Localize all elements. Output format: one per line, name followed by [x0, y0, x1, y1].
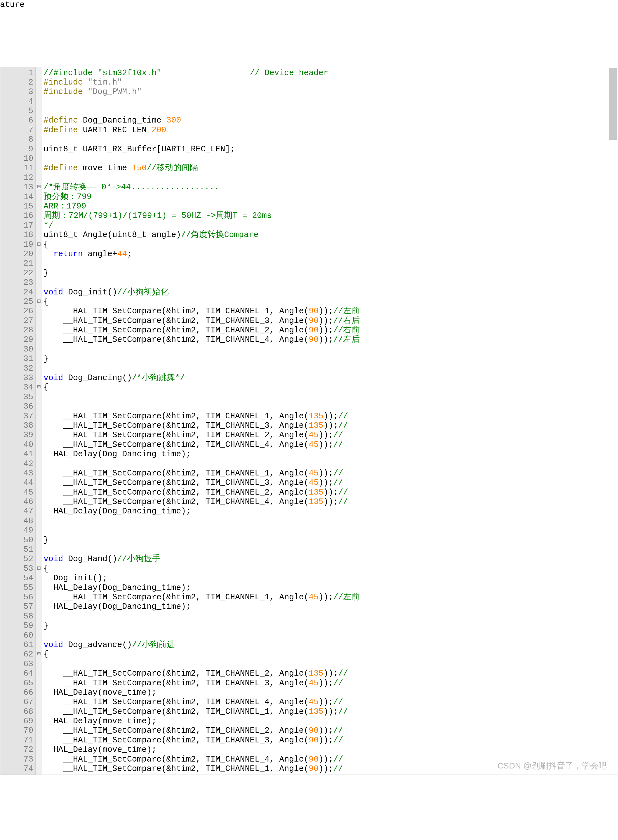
code-line[interactable]: __HAL_TIM_SetCompare(&htim2, TIM_CHANNEL… — [43, 326, 618, 335]
fold-marker — [36, 440, 42, 449]
code-line[interactable] — [43, 526, 618, 535]
code-line[interactable]: #define move_time 150//移动的间隔 — [43, 163, 618, 173]
fold-marker — [36, 354, 42, 363]
code-line[interactable]: __HAL_TIM_SetCompare(&htim2, TIM_CHANNEL… — [43, 440, 618, 449]
fold-marker[interactable]: ⊟ — [36, 182, 42, 192]
code-line[interactable]: return angle+44; — [43, 249, 618, 259]
code-line[interactable] — [43, 259, 618, 268]
code-line[interactable]: { — [43, 240, 618, 249]
line-number: 65 — [1, 679, 33, 688]
code-line[interactable]: HAL_Delay(Dog_Dancing_time); — [43, 449, 618, 459]
code-line[interactable] — [43, 459, 618, 468]
code-line[interactable]: HAL_Delay(move_time); — [43, 688, 618, 697]
code-line[interactable]: __HAL_TIM_SetCompare(&htim2, TIM_CHANNEL… — [43, 487, 618, 497]
code-line[interactable]: } — [43, 621, 618, 630]
code-line[interactable]: __HAL_TIM_SetCompare(&htim2, TIM_CHANNEL… — [43, 421, 618, 430]
code-line[interactable]: 预分频：799 — [43, 192, 618, 201]
code-line[interactable]: __HAL_TIM_SetCompare(&htim2, TIM_CHANNEL… — [43, 726, 618, 735]
code-line[interactable]: ARR：1799 — [43, 201, 618, 211]
code-line[interactable]: #define UART1_REC_LEN 200 — [43, 125, 618, 135]
line-number: 34 — [1, 382, 33, 392]
code-line[interactable] — [43, 545, 618, 554]
code-line[interactable]: __HAL_TIM_SetCompare(&htim2, TIM_CHANNEL… — [43, 707, 618, 716]
code-line[interactable]: __HAL_TIM_SetCompare(&htim2, TIM_CHANNEL… — [43, 669, 618, 678]
code-line[interactable]: uint8_t UART1_RX_Buffer[UART1_REC_LEN]; — [43, 144, 618, 154]
code-line[interactable] — [43, 154, 618, 163]
fold-marker — [36, 735, 42, 745]
code-line[interactable]: HAL_Delay(move_time); — [43, 745, 618, 754]
fold-marker[interactable]: ⊟ — [36, 564, 42, 573]
fold-marker — [36, 201, 42, 211]
code-line[interactable]: HAL_Delay(move_time); — [43, 716, 618, 726]
code-line[interactable]: { — [43, 382, 618, 392]
fold-marker[interactable]: ⊟ — [36, 297, 42, 306]
code-line[interactable]: #include "Dog_PWM.h" — [43, 87, 618, 96]
code-editor[interactable]: 1234567891011121314151617181920212223242… — [0, 67, 618, 775]
code-line[interactable]: HAL_Delay(Dog_Dancing_time); — [43, 602, 618, 611]
vertical-scrollbar[interactable] — [609, 68, 617, 140]
code-line[interactable]: { — [43, 650, 618, 659]
code-line[interactable] — [43, 392, 618, 402]
code-line[interactable] — [43, 364, 618, 373]
code-line[interactable]: } — [43, 268, 618, 278]
code-line[interactable]: //#include "stm32f10x.h" // Device heade… — [43, 68, 618, 78]
fold-marker — [36, 373, 42, 382]
code-line[interactable]: __HAL_TIM_SetCompare(&htim2, TIM_CHANNEL… — [43, 679, 618, 688]
line-number: 47 — [1, 507, 33, 516]
fold-marker — [36, 449, 42, 459]
fold-marker — [36, 87, 42, 96]
line-number: 19 — [1, 240, 33, 249]
code-line[interactable] — [43, 612, 618, 621]
code-line[interactable]: /*角度转换—— 0°->44.................. — [43, 182, 618, 192]
code-line[interactable] — [43, 135, 618, 144]
code-line[interactable]: Dog_init(); — [43, 573, 618, 583]
code-line[interactable]: void Dog_init()//小狗初始化 — [43, 287, 618, 297]
code-line[interactable]: { — [43, 564, 618, 573]
fold-marker — [36, 402, 42, 411]
code-line[interactable]: #include "tim.h" — [43, 78, 618, 87]
line-number: 63 — [1, 659, 33, 669]
code-line[interactable]: void Dog_Dancing()/*小狗跳舞*/ — [43, 373, 618, 382]
fold-marker — [36, 430, 42, 440]
code-line[interactable]: __HAL_TIM_SetCompare(&htim2, TIM_CHANNEL… — [43, 430, 618, 440]
line-number: 39 — [1, 430, 33, 440]
code-line[interactable]: void Dog_advance()//小狗前进 — [43, 640, 618, 650]
code-line[interactable]: */ — [43, 221, 618, 230]
code-line[interactable]: void Dog_Hand()//小狗握手 — [43, 554, 618, 564]
fold-marker — [36, 526, 42, 535]
code-line[interactable] — [43, 278, 618, 287]
fold-marker[interactable]: ⊟ — [36, 650, 42, 659]
code-line[interactable] — [43, 97, 618, 106]
code-line[interactable]: __HAL_TIM_SetCompare(&htim2, TIM_CHANNEL… — [43, 468, 618, 478]
code-area[interactable]: //#include "stm32f10x.h" // Device heade… — [42, 67, 618, 775]
code-line[interactable]: uint8_t Angle(uint8_t angle)//角度转换Compar… — [43, 230, 618, 240]
code-line[interactable]: __HAL_TIM_SetCompare(&htim2, TIM_CHANNEL… — [43, 697, 618, 707]
code-line[interactable] — [43, 516, 618, 526]
line-number: 43 — [1, 468, 33, 478]
code-line[interactable]: HAL_Delay(Dog_Dancing_time); — [43, 507, 618, 516]
fold-gutter[interactable]: ⊟ ⊟ ⊟ ⊟ ⊟ ⊟ — [36, 67, 42, 775]
code-line[interactable] — [43, 659, 618, 669]
code-line[interactable]: __HAL_TIM_SetCompare(&htim2, TIM_CHANNEL… — [43, 306, 618, 316]
fold-marker — [36, 259, 42, 268]
code-line[interactable]: __HAL_TIM_SetCompare(&htim2, TIM_CHANNEL… — [43, 497, 618, 507]
code-line[interactable] — [43, 106, 618, 116]
code-line[interactable]: } — [43, 354, 618, 363]
code-line[interactable]: __HAL_TIM_SetCompare(&htim2, TIM_CHANNEL… — [43, 735, 618, 745]
code-line[interactable]: __HAL_TIM_SetCompare(&htim2, TIM_CHANNEL… — [43, 593, 618, 602]
code-line[interactable]: HAL_Delay(Dog_Dancing_time); — [43, 583, 618, 593]
code-line[interactable]: __HAL_TIM_SetCompare(&htim2, TIM_CHANNEL… — [43, 478, 618, 487]
code-line[interactable]: __HAL_TIM_SetCompare(&htim2, TIM_CHANNEL… — [43, 335, 618, 344]
code-line[interactable] — [43, 345, 618, 354]
code-line[interactable] — [43, 402, 618, 411]
code-line[interactable] — [43, 173, 618, 182]
code-line[interactable]: __HAL_TIM_SetCompare(&htim2, TIM_CHANNEL… — [43, 412, 618, 421]
code-line[interactable]: 周期：72M/(799+1)/(1799+1) = 50HZ ->周期T = 2… — [43, 211, 618, 221]
fold-marker[interactable]: ⊟ — [36, 240, 42, 249]
code-line[interactable]: } — [43, 535, 618, 545]
code-line[interactable]: #define Dog_Dancing_time 300 — [43, 116, 618, 125]
code-line[interactable]: { — [43, 297, 618, 306]
code-line[interactable] — [43, 631, 618, 640]
fold-marker[interactable]: ⊟ — [36, 382, 42, 392]
code-line[interactable]: __HAL_TIM_SetCompare(&htim2, TIM_CHANNEL… — [43, 316, 618, 326]
